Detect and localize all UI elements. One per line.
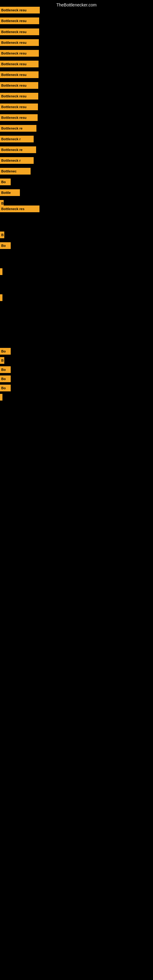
bar-label: Bottleneck resu — [0, 114, 38, 121]
bar-label: Bo — [0, 242, 11, 249]
bar-label: Bottleneck resu — [0, 93, 38, 100]
bar-label: Bottleneck re — [0, 125, 37, 132]
bar-label: Bo — [0, 348, 11, 355]
bar-item: B — [0, 232, 4, 238]
bar-item — [0, 294, 2, 301]
bar-label: B — [0, 232, 4, 238]
bar-item: B — [0, 357, 4, 364]
bar-item: Bottleneck re — [0, 125, 37, 132]
bar-item: Bo — [0, 178, 11, 185]
bar-item: Bottleneck res — [0, 205, 40, 212]
bar-item: Bottlenec — [0, 168, 30, 175]
bar-label: Bottleneck resu — [0, 39, 39, 46]
bar-item: Bottleneck resu — [0, 7, 40, 13]
bar-item: Bo — [0, 242, 11, 249]
bar-label: Bottleneck resu — [0, 82, 38, 89]
bar-label — [0, 294, 2, 301]
bar-item: Bo — [0, 366, 11, 373]
bar-item: Bottleneck resu — [0, 103, 38, 110]
bar-label: B — [0, 357, 4, 364]
bar-item: Bottleneck resu — [0, 29, 39, 35]
bar-label: Bottleneck res — [0, 205, 40, 212]
bar-item: Bottleneck resu — [0, 114, 38, 121]
bar-label: Bottleneck re — [0, 146, 36, 153]
bar-label: Bo — [0, 178, 11, 185]
bar-label: Bottleneck resu — [0, 103, 38, 110]
bar-label: Bo — [0, 385, 11, 391]
bar-label: Bottle — [0, 189, 20, 196]
bar-label — [0, 394, 2, 401]
bar-label: Bottleneck r — [0, 157, 33, 164]
bar-label: Bottleneck resu — [0, 18, 39, 24]
bar-item: Bottleneck r — [0, 157, 33, 164]
bar-item — [0, 268, 2, 275]
bar-item: Bottleneck r — [0, 136, 33, 142]
bar-label: Bottleneck resu — [0, 7, 40, 13]
bar-item: Bottleneck resu — [0, 18, 39, 24]
bar-item — [0, 394, 2, 401]
bar-item: Bottleneck resu — [0, 50, 39, 57]
bar-label: Bottleneck resu — [0, 60, 38, 67]
bar-label — [0, 268, 2, 275]
bar-item: Bottleneck re — [0, 146, 36, 153]
bar-label: Bottlenec — [0, 168, 30, 175]
bar-item: Bottleneck resu — [0, 60, 38, 67]
bar-label: Bottleneck resu — [0, 72, 38, 78]
bar-item: Bottleneck resu — [0, 82, 38, 89]
bar-item: Bo — [0, 385, 11, 391]
bar-item: Bottle — [0, 189, 20, 196]
bar-label: Bottleneck resu — [0, 29, 39, 35]
bar-label: Bottleneck resu — [0, 50, 39, 57]
bar-label: Bottleneck r — [0, 136, 33, 142]
bar-item: Bottleneck resu — [0, 93, 38, 100]
bar-label: Bo — [0, 366, 11, 373]
bar-item: Bottleneck resu — [0, 39, 39, 46]
bar-item: Bo — [0, 348, 11, 355]
bar-label: Bo — [0, 375, 11, 382]
bar-item: Bo — [0, 375, 11, 382]
bar-item: Bottleneck resu — [0, 72, 38, 78]
